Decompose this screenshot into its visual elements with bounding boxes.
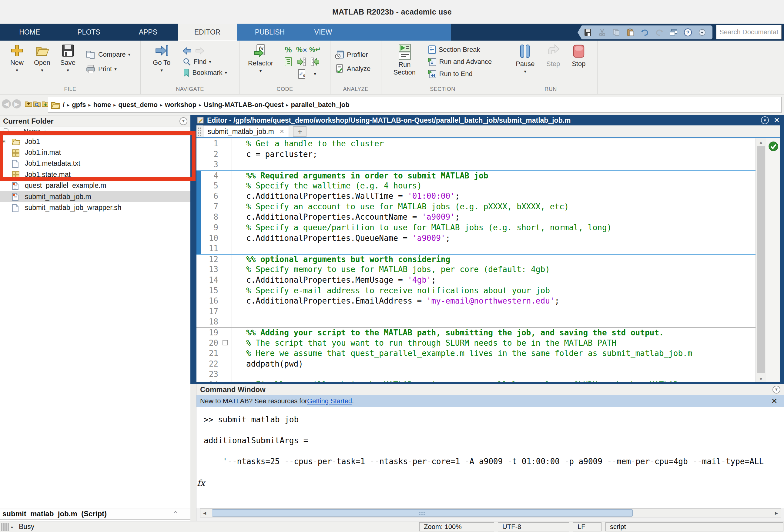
cut-icon[interactable] bbox=[597, 28, 607, 37]
code-line[interactable]: 2c = parcluster; bbox=[196, 149, 756, 160]
tab-editor[interactable]: EDITOR bbox=[178, 24, 237, 40]
forward-icon[interactable] bbox=[195, 47, 204, 55]
code-line[interactable]: 13% Specify memory to use for MATLAB job… bbox=[196, 264, 756, 275]
file-row[interactable]: submit_matlab_job_wrapper.sh bbox=[0, 202, 190, 213]
redo-icon[interactable] bbox=[655, 28, 664, 37]
code-editor[interactable]: 1% Get a handle to the cluster2c = parcl… bbox=[196, 139, 756, 382]
code-line[interactable]: 20% The script that you want to run thro… bbox=[196, 337, 756, 348]
file-row[interactable]: Job1.in.mat bbox=[0, 147, 190, 158]
paste-icon[interactable] bbox=[626, 28, 635, 37]
file-type-indicator[interactable]: script bbox=[606, 522, 783, 531]
smart-indent-icon[interactable] bbox=[284, 57, 292, 67]
getting-started-link[interactable]: Getting Started bbox=[307, 397, 352, 405]
file-row[interactable]: quest_parallel_example.m bbox=[0, 180, 190, 191]
open-button[interactable]: Open ▾ bbox=[34, 41, 50, 82]
code-line[interactable]: 1% Get a handle to the cluster bbox=[196, 139, 756, 149]
file-row[interactable]: Job1.state.mat bbox=[0, 169, 190, 180]
breadcrumb-segment[interactable]: quest_demo bbox=[118, 101, 158, 109]
tab-close-icon[interactable]: ✕ bbox=[280, 128, 285, 135]
code-line[interactable]: 17 bbox=[196, 306, 756, 317]
editor-close-icon[interactable]: ✕ bbox=[774, 116, 780, 124]
command-window-hscrollbar[interactable]: ◀ ▶ bbox=[200, 508, 781, 518]
code-line[interactable]: 11 bbox=[196, 243, 756, 254]
save-icon[interactable] bbox=[583, 28, 592, 37]
tab-view[interactable]: VIEW bbox=[297, 24, 350, 40]
code-line[interactable]: 14c.AdditionalProperties.MemUsage = '4gb… bbox=[196, 275, 756, 286]
command-window-output[interactable]: >> submit_matlab_job additionalSubmitArg… bbox=[196, 407, 784, 508]
new-button[interactable]: New ▾ bbox=[10, 41, 24, 82]
print-button[interactable]: Print ▾ bbox=[85, 64, 130, 74]
panel-menu-icon[interactable]: ▼ bbox=[773, 386, 780, 393]
undo-icon[interactable] bbox=[640, 28, 649, 37]
compare-button[interactable]: Compare ▾ bbox=[85, 49, 130, 60]
scroll-left-icon[interactable]: ◀ bbox=[201, 509, 208, 517]
function-hints-icon[interactable]: fi bbox=[298, 69, 306, 79]
editor-menu-icon[interactable]: ▼ bbox=[761, 116, 769, 124]
code-line[interactable]: 23 bbox=[196, 369, 756, 380]
code-line[interactable]: 22addpath(pwd) bbox=[196, 358, 756, 369]
indent-left-icon[interactable] bbox=[310, 57, 319, 67]
code-line[interactable]: 10c.AdditionalProperties.QueueName = 'a9… bbox=[196, 233, 756, 243]
code-line[interactable]: 15% Specify e-mail address to receive no… bbox=[196, 285, 756, 296]
qat-dropdown-icon[interactable] bbox=[698, 28, 707, 37]
comment-icon[interactable]: % bbox=[285, 45, 292, 55]
wrap-comments-icon[interactable]: %↵ bbox=[309, 46, 321, 54]
breadcrumb-segment[interactable]: / bbox=[63, 101, 64, 109]
up-one-level-icon[interactable] bbox=[24, 99, 33, 108]
banner-close-icon[interactable]: ✕ bbox=[771, 397, 777, 405]
code-line[interactable]: 9% Specify a queue/partition to use for … bbox=[196, 223, 756, 233]
search-documentation-input[interactable] bbox=[716, 25, 782, 39]
run-section-button[interactable]: Run Section bbox=[393, 41, 416, 82]
code-line[interactable]: 19%% Adding your script to the MATLAB pa… bbox=[196, 327, 756, 338]
panel-splitter[interactable] bbox=[190, 115, 196, 384]
expander-icon[interactable]: ⊞ bbox=[2, 139, 10, 144]
editor-vertical-scrollbar[interactable]: ▲ ▼ bbox=[756, 139, 766, 382]
zoom-level[interactable]: Zoom: 100% bbox=[419, 522, 494, 531]
scroll-up-icon[interactable]: ▲ bbox=[756, 139, 766, 146]
panel-menu-icon[interactable]: ▼ bbox=[179, 117, 187, 125]
code-line[interactable]: 18 bbox=[196, 317, 756, 327]
analyze-button[interactable]: Analyze bbox=[335, 64, 381, 73]
indent-right-icon[interactable] bbox=[297, 57, 306, 67]
code-line[interactable]: 4%% Required arguments in order to submi… bbox=[196, 170, 756, 181]
breadcrumb-segment[interactable]: workshop bbox=[165, 101, 196, 109]
hscrollbar-thumb[interactable] bbox=[212, 509, 633, 516]
tab-plots[interactable]: PLOTS bbox=[59, 24, 118, 40]
stop-button[interactable]: Stop bbox=[572, 41, 586, 82]
code-line[interactable]: 21% Here we assume that quest_parallel_e… bbox=[196, 348, 756, 359]
scroll-right-icon[interactable]: ▶ bbox=[773, 509, 780, 517]
code-line[interactable]: 12%% optional arguments but worth consid… bbox=[196, 254, 756, 265]
fold-icon[interactable] bbox=[218, 340, 232, 345]
encoding-indicator[interactable]: UTF-8 bbox=[498, 522, 569, 531]
save-button[interactable]: Save ▾ bbox=[60, 41, 76, 82]
forward-circle-icon[interactable]: ▶ bbox=[12, 99, 21, 109]
bookmark-button[interactable]: Bookmark ▾ bbox=[183, 68, 227, 77]
find-files-icon[interactable] bbox=[33, 99, 41, 108]
code-line[interactable]: 6c.AdditionalProperties.WallTime = '01:0… bbox=[196, 191, 756, 202]
refactor-button[interactable]: fx Refactor ▾ bbox=[248, 41, 273, 82]
pause-button[interactable]: Pause ▾ bbox=[516, 41, 534, 82]
profiler-button[interactable]: Profiler bbox=[335, 50, 381, 60]
name-column-header[interactable]: Name bbox=[24, 127, 40, 135]
breadcrumb-segment[interactable]: home bbox=[93, 101, 111, 109]
back-circle-icon[interactable]: ◀ bbox=[2, 99, 11, 109]
code-line[interactable]: 24% Finally we will submit the MATLAB sc… bbox=[196, 380, 756, 382]
code-line[interactable]: 5% Specify the walltime (e.g. 4 hours) bbox=[196, 180, 756, 191]
collapse-details-icon[interactable]: ⌃ bbox=[173, 510, 178, 518]
tab-drag-handle[interactable] bbox=[198, 127, 201, 136]
scrollbar-thumb[interactable] bbox=[757, 146, 765, 373]
code-line[interactable]: 16c.AdditionalProperties.EmailAddress = … bbox=[196, 296, 756, 306]
scroll-down-icon[interactable]: ▼ bbox=[756, 375, 766, 382]
tab-publish[interactable]: PUBLISH bbox=[243, 24, 297, 40]
new-tab-button[interactable]: + bbox=[293, 126, 307, 137]
code-analyzer-ok-icon[interactable] bbox=[768, 141, 779, 151]
step-button[interactable]: Step bbox=[546, 41, 560, 82]
run-to-end-button[interactable]: Run to End bbox=[428, 69, 492, 79]
panel-splitter-lower[interactable] bbox=[190, 384, 196, 521]
uncomment-icon[interactable]: %✕ bbox=[296, 46, 307, 54]
code-line[interactable]: 7% Specify an account to use for MATLAB … bbox=[196, 202, 756, 212]
goto-button[interactable]: Go To ▾ bbox=[153, 41, 170, 82]
tab-apps[interactable]: APPS bbox=[118, 24, 178, 40]
help-icon[interactable]: ? bbox=[683, 28, 693, 37]
code-line[interactable]: 8c.AdditionalProperties.AccountName = 'a… bbox=[196, 212, 756, 223]
